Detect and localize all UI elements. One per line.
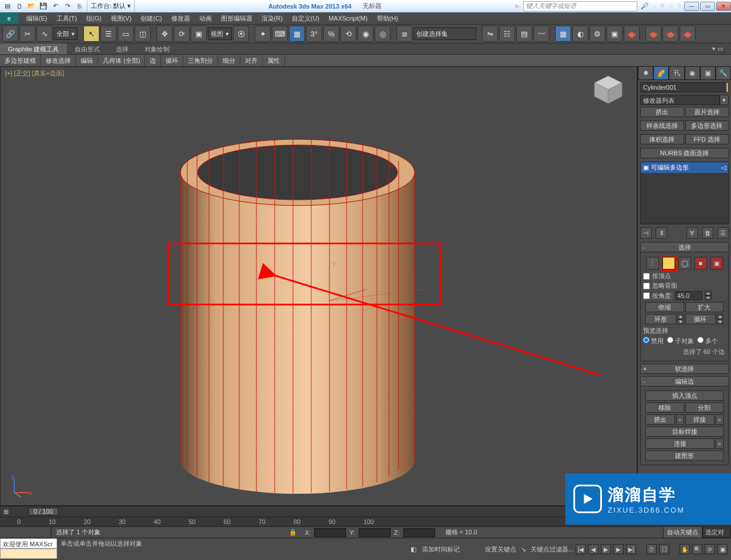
prev-frame-icon[interactable]: ◀ (588, 544, 599, 554)
select-rect-icon[interactable]: ▭ (118, 26, 134, 42)
named-selection-icon[interactable]: ≣ (396, 26, 412, 42)
menu-animation[interactable]: 动画 (195, 13, 216, 25)
subobj-vertex-icon[interactable]: ⋮ (646, 257, 659, 269)
menu-maxscript[interactable]: MAXScript(M) (324, 13, 372, 23)
spinner-down-icon[interactable]: ▼ (705, 296, 712, 300)
scale-icon[interactable]: ▣ (191, 26, 207, 42)
preview-multi-radio[interactable]: 多个 (697, 337, 718, 345)
viewcube[interactable] (591, 72, 625, 107)
play-icon[interactable]: ▶ (601, 544, 611, 554)
coord-x-field[interactable] (314, 528, 346, 537)
workspace-selector[interactable]: 工作台: 默认 ▾ (87, 0, 135, 12)
rendered-frame-icon[interactable]: ▣ (607, 26, 622, 42)
edged-faces-icon[interactable]: ◉ (358, 26, 373, 42)
ribbon-tab-selection[interactable]: 选择 (108, 43, 136, 54)
layers-icon[interactable]: ▤ (516, 26, 532, 42)
subobj-border-icon[interactable]: ◯ (678, 257, 691, 269)
snap-toggle-icon[interactable]: ▦ (289, 26, 305, 42)
quick-splinesel[interactable]: 样条线选择 (640, 120, 684, 131)
maximize-button[interactable]: ▭ (700, 2, 715, 11)
expand-icon[interactable]: ▣ (643, 164, 649, 171)
app-logo-icon[interactable]: e (0, 13, 18, 24)
ribbon-sub-tri[interactable]: 三角剖分 (183, 55, 218, 66)
extrude-button[interactable]: 挤出 (645, 414, 675, 425)
redo-icon[interactable]: ↷ (62, 1, 73, 11)
named-selection-set[interactable]: 创建选择集 (413, 27, 476, 40)
insert-vertex-button[interactable]: 插入顶点 (645, 390, 724, 401)
show-end-icon[interactable]: Ⅱ (656, 227, 667, 239)
tab-motion-icon[interactable]: ◉ (685, 66, 700, 80)
minimize-button[interactable]: — (684, 2, 699, 11)
app-menu-icon[interactable]: ▤ (2, 1, 13, 11)
rotate-icon[interactable]: ⟳ (174, 26, 190, 42)
ring-down-icon[interactable]: ▼ (677, 319, 684, 324)
selection-filter[interactable]: 全部 ▾ (54, 27, 78, 40)
make-unique-icon[interactable]: ∀ (686, 227, 698, 239)
subobj-polygon-icon[interactable]: ■ (694, 257, 707, 269)
undo-icon[interactable]: ↶ (50, 1, 61, 11)
menu-tools[interactable]: 工具(T) (52, 13, 82, 25)
search-input[interactable]: 键入关键字或短语 (523, 1, 637, 11)
ribbon-sub-subd[interactable]: 细分 (218, 55, 240, 66)
configure-icon[interactable]: ☰ (717, 227, 729, 239)
comm-center-icon[interactable]: ◧ (411, 546, 416, 553)
nav-orbit-icon[interactable]: ⟳ (705, 544, 715, 554)
coord-y-field[interactable] (359, 528, 391, 537)
angle-spinner[interactable] (675, 291, 702, 300)
lock-selection-icon[interactable]: 🔒 (286, 529, 300, 536)
pivot-icon[interactable]: ⦿ (233, 26, 249, 42)
weld-settings-icon[interactable]: ▫ (716, 414, 724, 425)
move-icon[interactable]: ✥ (156, 26, 172, 42)
subobj-element-icon[interactable]: ▣ (710, 257, 723, 269)
nav-max-icon[interactable]: ▣ (717, 544, 728, 554)
open-icon[interactable]: 📂 (26, 1, 37, 11)
set-key-button[interactable]: 设置关键点 (485, 545, 516, 554)
render-icon[interactable]: 🫖 (624, 26, 640, 42)
loop-button[interactable]: 循环 (685, 314, 716, 324)
key-mode-dropdown[interactable]: 选定对 (702, 527, 731, 538)
exchange-icon[interactable]: ✕ (660, 2, 665, 10)
remove-button[interactable]: 移除 (645, 402, 684, 413)
menu-customize[interactable]: 自定义(U) (287, 13, 324, 25)
menu-modifiers[interactable]: 修改器 (167, 13, 195, 25)
stack-item-editable-poly[interactable]: ▣ 可编辑多边形 ◁ (641, 162, 728, 173)
shrink-button[interactable]: 收缩 (645, 302, 684, 312)
ring-button[interactable]: 环形 (645, 314, 676, 324)
viewport[interactable]: [+] [正交] [真实+边面] (0, 66, 637, 506)
align-icon[interactable]: ☷ (499, 26, 515, 42)
split-button[interactable]: 分割 (685, 402, 724, 413)
ribbon-tab-freeform[interactable]: 自由形式 (67, 43, 108, 54)
ribbon-sub-polymodel[interactable]: 多边形建模 (0, 55, 41, 66)
quick-patchsel[interactable]: 面片选择 (685, 107, 729, 117)
ribbon-sub-edge[interactable]: 边 (145, 55, 161, 66)
favorite-icon[interactable]: ☆ (668, 2, 674, 10)
grow-button[interactable]: 扩大 (685, 302, 724, 312)
rollout-toggle-icon[interactable]: - (643, 378, 645, 385)
quick-ffdsel[interactable]: FFD 选择 (685, 134, 729, 144)
quick-nurbs[interactable]: NURBS 曲面选择 (640, 148, 729, 158)
viewport-label[interactable]: [+] [正交] [真实+边面] (5, 69, 64, 78)
target-weld-button[interactable]: 目标焊接 (645, 426, 724, 437)
modifier-list-dropdown[interactable]: 修改器列表 (640, 95, 720, 105)
window-crossing-icon[interactable]: ◫ (135, 26, 151, 42)
ribbon-sub-geom[interactable]: 几何体 (全部) (98, 55, 145, 66)
pin-stack-icon[interactable]: ⊣ (640, 227, 652, 239)
isolate-icon[interactable]: ☐ (659, 544, 669, 554)
unlink-icon[interactable]: ✂ (19, 26, 35, 42)
ribbon-sub-modsel[interactable]: 修改选择 (41, 55, 76, 66)
ring-up-icon[interactable]: ▲ (677, 314, 684, 319)
connect-settings-icon[interactable]: ▫ (716, 438, 724, 449)
time-tag-button[interactable]: 添加时间标记 (419, 545, 463, 554)
ribbon-tab-graphite[interactable]: Graphite 建模工具 (0, 43, 67, 54)
select-link-icon[interactable]: 🔗 (2, 26, 18, 42)
rollout-toggle-icon[interactable]: + (643, 365, 646, 372)
spinner-snap-icon[interactable]: ⟲ (340, 26, 356, 42)
tab-utilities-icon[interactable]: 🔧 (716, 66, 731, 80)
mirror-icon[interactable]: ⇋ (482, 26, 498, 42)
render-setup-icon[interactable]: ⚙ (589, 26, 605, 42)
extrude-settings-icon[interactable]: ▫ (676, 414, 684, 425)
loop-down-icon[interactable]: ▼ (717, 319, 724, 324)
menu-edit[interactable]: 编辑(E) (22, 13, 52, 25)
select-name-icon[interactable]: ☰ (101, 26, 117, 42)
subobj-edge-icon[interactable]: ╱ (662, 257, 675, 269)
